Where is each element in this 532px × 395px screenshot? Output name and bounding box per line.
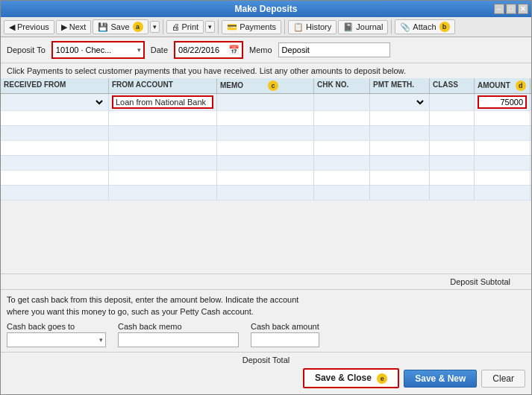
cash-amount-group: Cash back amount: [251, 322, 319, 347]
previous-icon: ◀: [9, 22, 15, 32]
maximize-button[interactable]: □: [506, 4, 516, 14]
badge-a: a: [133, 22, 143, 32]
table-row: [1, 156, 531, 171]
separator-4: [391, 19, 392, 34]
info-text: Click Payments to select customer paymen…: [1, 63, 531, 78]
payments-icon: 💳: [227, 22, 237, 32]
cash-memo-group: Cash back memo: [118, 322, 239, 347]
date-wrapper: 📅: [174, 41, 243, 59]
table-row: [1, 141, 531, 156]
th-class: CLASS: [430, 78, 475, 93]
td-extra-0: [531, 94, 531, 110]
save-button[interactable]: 💾 Save a: [93, 19, 148, 34]
next-icon: ▶: [61, 22, 67, 32]
save-icon: 💾: [98, 22, 108, 32]
window-title: Make Deposits: [234, 4, 297, 14]
button-row: Save & Close e Save & New Clear: [7, 368, 525, 388]
deposit-to-dropdown-icon[interactable]: ▾: [135, 46, 143, 54]
deposit-total-label: Deposit Total: [242, 356, 290, 364]
deposit-total-row: Deposit Total: [7, 356, 525, 364]
print-dropdown-button[interactable]: ▾: [205, 21, 215, 33]
toolbar: ◀ Previous ▶ Next 💾 Save a ▾ 🖨 Print ▾ 💳…: [1, 17, 531, 37]
deposit-to-input[interactable]: [53, 42, 135, 57]
cash-back-fields: Cash back goes to ▾ Cash back memo Cash …: [7, 322, 525, 347]
cash-goes-to-group: Cash back goes to ▾: [7, 322, 106, 347]
bottom-section: Deposit Total Save & Close e Save & New …: [1, 352, 531, 394]
next-button[interactable]: ▶ Next: [56, 20, 92, 34]
previous-button[interactable]: ◀ Previous: [4, 20, 54, 34]
minimize-button[interactable]: ─: [494, 4, 504, 14]
table-row: [1, 186, 531, 200]
save-close-button[interactable]: Save & Close e: [303, 368, 399, 388]
cash-goes-to-input[interactable]: [7, 334, 97, 346]
clear-button[interactable]: Clear: [481, 370, 525, 388]
memo-cell-0[interactable]: [220, 98, 310, 107]
memo-input[interactable]: [278, 42, 390, 57]
attach-icon: 📎: [400, 22, 410, 32]
cash-memo-label: Cash back memo: [118, 322, 239, 331]
td-chk-0: [314, 94, 370, 110]
window-controls: ─ □ ✕: [494, 4, 528, 14]
form-row: Deposit To ▾ Date 📅 Memo: [1, 37, 531, 63]
cash-back-section: To get cash back from this deposit, ente…: [1, 290, 531, 352]
badge-d: d: [516, 80, 526, 91]
cash-amount-label: Cash back amount: [251, 322, 319, 331]
make-deposits-window: Make Deposits ─ □ ✕ ◀ Previous ▶ Next 💾 …: [0, 0, 532, 395]
pmt-meth-select-0[interactable]: [373, 97, 426, 107]
title-bar: Make Deposits ─ □ ✕: [1, 1, 531, 17]
separator-1: [163, 19, 163, 34]
journal-icon: 📓: [343, 22, 354, 32]
table-row: [1, 126, 531, 141]
print-icon: 🖨: [172, 22, 180, 31]
cash-memo-wrap: [118, 332, 239, 347]
cash-amount-wrap: [251, 332, 319, 347]
history-icon: 📋: [293, 22, 304, 32]
attach-button[interactable]: 📎 Attach b: [395, 19, 454, 34]
badge-e: e: [377, 373, 387, 384]
table-row: [1, 111, 531, 126]
print-button[interactable]: 🖨 Print: [166, 20, 204, 34]
badge-c: c: [268, 80, 278, 91]
cash-memo-input[interactable]: [119, 334, 238, 346]
td-from-account-0: Loan from National Bank: [109, 94, 217, 110]
save-dropdown-button[interactable]: ▾: [150, 21, 160, 33]
td-pmt-0: [370, 94, 430, 110]
amount-cell-0[interactable]: [478, 95, 527, 109]
date-input[interactable]: [175, 42, 226, 57]
badge-b: b: [439, 22, 450, 32]
table-row: Loan from National Bank: [1, 94, 531, 111]
cash-goes-to-wrap: ▾: [7, 332, 106, 347]
th-from-account: FROM ACCOUNT: [109, 78, 217, 93]
table-header: RECEIVED FROM FROM ACCOUNT MEMO c CHK NO…: [1, 78, 531, 94]
th-received-from: RECEIVED FROM: [1, 78, 109, 93]
journal-button[interactable]: 📓 Journal: [338, 20, 388, 34]
th-amount: AMOUNT d: [475, 78, 531, 93]
cash-goes-to-dropdown-icon[interactable]: ▾: [97, 336, 105, 344]
subtotal-row: Deposit Subtotal: [1, 274, 531, 290]
th-chk-no: CHK NO.: [314, 78, 370, 93]
history-button[interactable]: 📋 History: [288, 20, 337, 34]
table-body: Loan from National Bank: [1, 94, 531, 274]
cash-goes-to-label: Cash back goes to: [7, 322, 106, 331]
from-account-cell-0[interactable]: Loan from National Bank: [112, 95, 213, 109]
close-button[interactable]: ✕: [518, 4, 528, 14]
payments-button[interactable]: 💳 Payments: [222, 20, 281, 34]
td-received-from-0: [1, 94, 109, 110]
separator-2: [218, 19, 219, 34]
td-class-0: [430, 94, 475, 110]
calendar-icon[interactable]: 📅: [226, 45, 242, 55]
table-row: [1, 171, 531, 186]
save-new-button[interactable]: Save & New: [404, 370, 477, 388]
received-from-select-0[interactable]: [4, 97, 105, 107]
date-label: Date: [151, 45, 168, 54]
memo-label: Memo: [249, 45, 272, 54]
deposit-to-wrapper: ▾: [51, 41, 145, 59]
cash-amount-input[interactable]: [251, 334, 311, 346]
td-memo-0: [217, 94, 314, 110]
separator-3: [284, 19, 285, 34]
td-amount-0: [475, 94, 531, 110]
class-cell-0[interactable]: [433, 98, 471, 107]
chk-cell-0[interactable]: [317, 98, 366, 107]
th-pmt-meth: PMT METH.: [370, 78, 430, 93]
cash-back-info: To get cash back from this deposit, ente…: [7, 294, 525, 317]
